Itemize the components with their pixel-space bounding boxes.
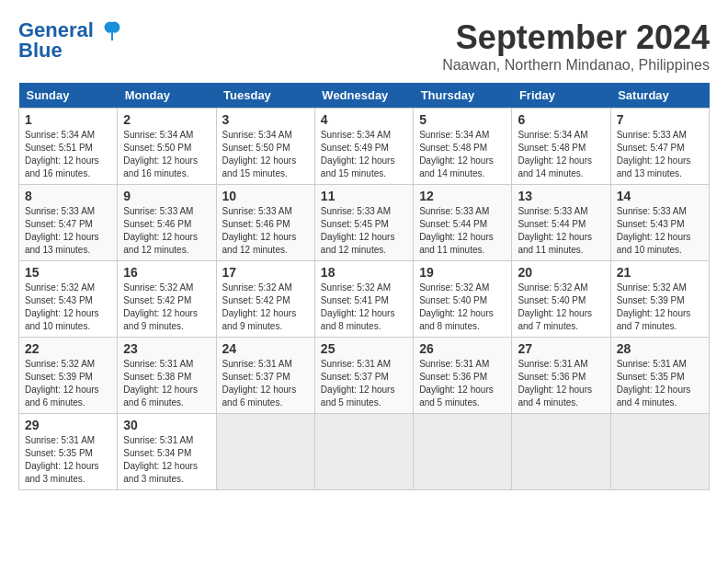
cell-info: Sunrise: 5:33 AMSunset: 5:46 PMDaylight:… xyxy=(222,205,309,257)
calendar-cell: 10Sunrise: 5:33 AMSunset: 5:46 PMDayligh… xyxy=(216,185,314,261)
calendar-cell xyxy=(414,414,512,490)
calendar-cell: 21Sunrise: 5:32 AMSunset: 5:39 PMDayligh… xyxy=(610,261,709,338)
calendar-cell: 5Sunrise: 5:34 AMSunset: 5:48 PMDaylight… xyxy=(414,109,512,185)
day-number: 15 xyxy=(25,265,111,280)
calendar-cell: 25Sunrise: 5:31 AMSunset: 5:37 PMDayligh… xyxy=(314,338,413,414)
day-number: 23 xyxy=(123,341,210,356)
day-number: 11 xyxy=(321,189,407,203)
cell-info: Sunrise: 5:33 AMSunset: 5:44 PMDaylight:… xyxy=(518,205,604,257)
cell-info: Sunrise: 5:34 AMSunset: 5:50 PMDaylight:… xyxy=(123,129,210,180)
day-number: 2 xyxy=(123,112,210,127)
calendar-cell: 11Sunrise: 5:33 AMSunset: 5:45 PMDayligh… xyxy=(314,185,413,261)
day-number: 28 xyxy=(617,341,703,356)
cell-info: Sunrise: 5:32 AMSunset: 5:41 PMDaylight:… xyxy=(321,282,407,333)
calendar-cell: 30Sunrise: 5:31 AMSunset: 5:34 PMDayligh… xyxy=(118,414,216,490)
calendar-cell: 14Sunrise: 5:33 AMSunset: 5:43 PMDayligh… xyxy=(610,185,709,261)
calendar-cell xyxy=(216,414,314,490)
header-thursday: Thursday xyxy=(414,83,512,109)
day-number: 30 xyxy=(123,418,210,432)
day-number: 16 xyxy=(123,265,210,280)
calendar-cell xyxy=(512,414,610,490)
logo-bird-icon xyxy=(99,18,125,44)
calendar-header-row: SundayMondayTuesdayWednesdayThursdayFrid… xyxy=(19,83,710,109)
day-number: 3 xyxy=(222,112,309,127)
cell-info: Sunrise: 5:31 AMSunset: 5:36 PMDaylight:… xyxy=(419,358,506,409)
day-number: 26 xyxy=(419,341,506,356)
cell-info: Sunrise: 5:31 AMSunset: 5:37 PMDaylight:… xyxy=(222,358,309,409)
cell-info: Sunrise: 5:34 AMSunset: 5:48 PMDaylight:… xyxy=(419,129,506,180)
header-friday: Friday xyxy=(512,83,610,109)
cell-info: Sunrise: 5:33 AMSunset: 5:45 PMDaylight:… xyxy=(321,205,407,257)
day-number: 6 xyxy=(518,112,604,127)
day-number: 25 xyxy=(321,341,407,356)
title-area: September 2024 Naawan, Northern Mindanao… xyxy=(442,18,710,74)
calendar-cell: 28Sunrise: 5:31 AMSunset: 5:35 PMDayligh… xyxy=(610,338,709,414)
header-sunday: Sunday xyxy=(19,83,118,109)
cell-info: Sunrise: 5:34 AMSunset: 5:51 PMDaylight:… xyxy=(25,129,111,180)
cell-info: Sunrise: 5:33 AMSunset: 5:47 PMDaylight:… xyxy=(25,205,111,257)
day-number: 13 xyxy=(518,189,604,203)
calendar-cell: 26Sunrise: 5:31 AMSunset: 5:36 PMDayligh… xyxy=(414,338,512,414)
calendar-cell: 12Sunrise: 5:33 AMSunset: 5:44 PMDayligh… xyxy=(414,185,512,261)
logo-blue: Blue xyxy=(18,39,63,63)
cell-info: Sunrise: 5:33 AMSunset: 5:46 PMDaylight:… xyxy=(123,205,210,257)
day-number: 4 xyxy=(321,112,407,127)
cell-info: Sunrise: 5:34 AMSunset: 5:49 PMDaylight:… xyxy=(321,129,407,180)
calendar-cell: 3Sunrise: 5:34 AMSunset: 5:50 PMDaylight… xyxy=(216,109,314,185)
cell-info: Sunrise: 5:33 AMSunset: 5:44 PMDaylight:… xyxy=(419,205,506,257)
day-number: 29 xyxy=(25,418,111,432)
logo: General Blue xyxy=(18,18,125,63)
cell-info: Sunrise: 5:32 AMSunset: 5:42 PMDaylight:… xyxy=(222,282,309,333)
cell-info: Sunrise: 5:33 AMSunset: 5:43 PMDaylight:… xyxy=(617,205,703,257)
day-number: 10 xyxy=(222,189,309,203)
calendar-cell: 22Sunrise: 5:32 AMSunset: 5:39 PMDayligh… xyxy=(19,338,118,414)
calendar-cell: 29Sunrise: 5:31 AMSunset: 5:35 PMDayligh… xyxy=(19,414,118,490)
cell-info: Sunrise: 5:31 AMSunset: 5:36 PMDaylight:… xyxy=(518,358,604,409)
header-saturday: Saturday xyxy=(610,83,709,109)
day-number: 24 xyxy=(222,341,309,356)
cell-info: Sunrise: 5:31 AMSunset: 5:38 PMDaylight:… xyxy=(123,358,210,409)
cell-info: Sunrise: 5:31 AMSunset: 5:37 PMDaylight:… xyxy=(321,358,407,409)
cell-info: Sunrise: 5:32 AMSunset: 5:39 PMDaylight:… xyxy=(25,358,111,409)
calendar-cell: 2Sunrise: 5:34 AMSunset: 5:50 PMDaylight… xyxy=(118,109,216,185)
cell-info: Sunrise: 5:31 AMSunset: 5:35 PMDaylight:… xyxy=(25,434,111,486)
cell-info: Sunrise: 5:32 AMSunset: 5:39 PMDaylight:… xyxy=(617,282,703,333)
day-number: 22 xyxy=(25,341,111,356)
calendar-cell: 16Sunrise: 5:32 AMSunset: 5:42 PMDayligh… xyxy=(118,261,216,338)
day-number: 9 xyxy=(123,189,210,203)
calendar-table: SundayMondayTuesdayWednesdayThursdayFrid… xyxy=(18,83,710,490)
calendar-week-row: 1Sunrise: 5:34 AMSunset: 5:51 PMDaylight… xyxy=(19,109,710,185)
calendar-cell: 9Sunrise: 5:33 AMSunset: 5:46 PMDaylight… xyxy=(118,185,216,261)
calendar-cell: 20Sunrise: 5:32 AMSunset: 5:40 PMDayligh… xyxy=(512,261,610,338)
day-number: 21 xyxy=(617,265,703,280)
cell-info: Sunrise: 5:32 AMSunset: 5:43 PMDaylight:… xyxy=(25,282,111,333)
calendar-cell xyxy=(314,414,413,490)
calendar-cell: 18Sunrise: 5:32 AMSunset: 5:41 PMDayligh… xyxy=(314,261,413,338)
calendar-cell: 8Sunrise: 5:33 AMSunset: 5:47 PMDaylight… xyxy=(19,185,118,261)
day-number: 8 xyxy=(25,189,111,203)
calendar-week-row: 15Sunrise: 5:32 AMSunset: 5:43 PMDayligh… xyxy=(19,261,710,338)
calendar-cell: 15Sunrise: 5:32 AMSunset: 5:43 PMDayligh… xyxy=(19,261,118,338)
day-number: 1 xyxy=(25,112,111,127)
calendar-cell: 1Sunrise: 5:34 AMSunset: 5:51 PMDaylight… xyxy=(19,109,118,185)
day-number: 14 xyxy=(617,189,703,203)
calendar-cell: 6Sunrise: 5:34 AMSunset: 5:48 PMDaylight… xyxy=(512,109,610,185)
cell-info: Sunrise: 5:34 AMSunset: 5:48 PMDaylight:… xyxy=(518,129,604,180)
cell-info: Sunrise: 5:32 AMSunset: 5:42 PMDaylight:… xyxy=(123,282,210,333)
day-number: 12 xyxy=(419,189,506,203)
location-title: Naawan, Northern Mindanao, Philippines xyxy=(442,57,710,74)
header: General Blue September 2024 Naawan, Nort… xyxy=(18,18,710,74)
calendar-cell: 27Sunrise: 5:31 AMSunset: 5:36 PMDayligh… xyxy=(512,338,610,414)
calendar-week-row: 22Sunrise: 5:32 AMSunset: 5:39 PMDayligh… xyxy=(19,338,710,414)
calendar-cell: 7Sunrise: 5:33 AMSunset: 5:47 PMDaylight… xyxy=(610,109,709,185)
header-monday: Monday xyxy=(118,83,216,109)
cell-info: Sunrise: 5:32 AMSunset: 5:40 PMDaylight:… xyxy=(518,282,604,333)
month-title: September 2024 xyxy=(442,18,710,57)
calendar-cell: 23Sunrise: 5:31 AMSunset: 5:38 PMDayligh… xyxy=(118,338,216,414)
day-number: 20 xyxy=(518,265,604,280)
cell-info: Sunrise: 5:31 AMSunset: 5:35 PMDaylight:… xyxy=(617,358,703,409)
calendar-week-row: 8Sunrise: 5:33 AMSunset: 5:47 PMDaylight… xyxy=(19,185,710,261)
day-number: 7 xyxy=(617,112,703,127)
calendar-cell: 4Sunrise: 5:34 AMSunset: 5:49 PMDaylight… xyxy=(314,109,413,185)
cell-info: Sunrise: 5:31 AMSunset: 5:34 PMDaylight:… xyxy=(123,434,210,486)
